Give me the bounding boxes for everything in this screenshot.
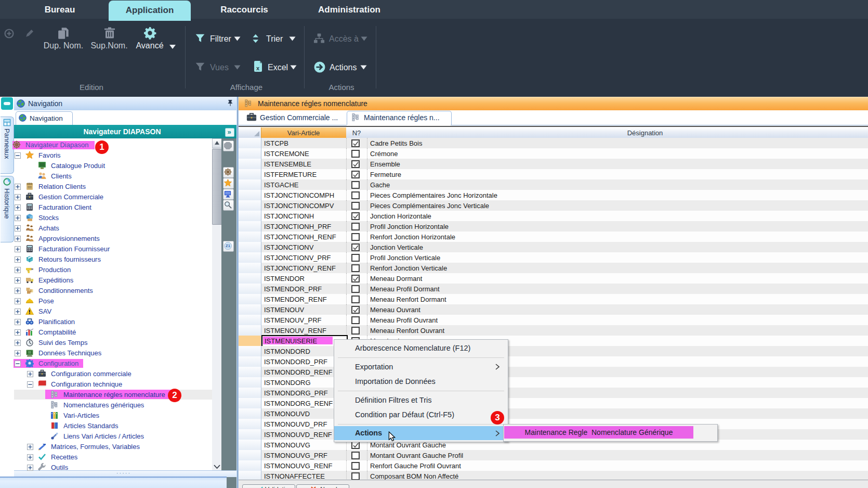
svg-text:x: x: [256, 65, 260, 71]
svg-text:Z1: Z1: [226, 243, 230, 248]
